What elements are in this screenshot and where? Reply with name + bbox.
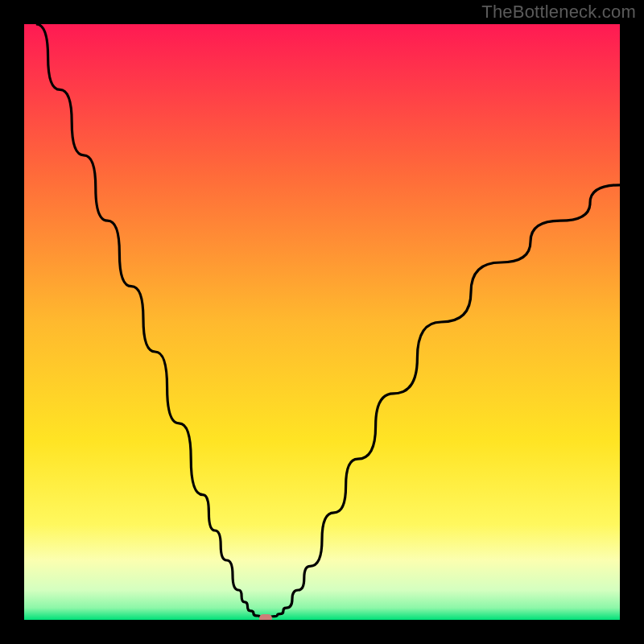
- optimal-marker: [259, 614, 272, 620]
- watermark-label: TheBottleneck.com: [481, 2, 636, 23]
- curve-path: [36, 24, 620, 617]
- chart-container: TheBottleneck.com: [0, 0, 644, 644]
- plot-area: [24, 24, 620, 620]
- bottleneck-curve: [24, 24, 620, 620]
